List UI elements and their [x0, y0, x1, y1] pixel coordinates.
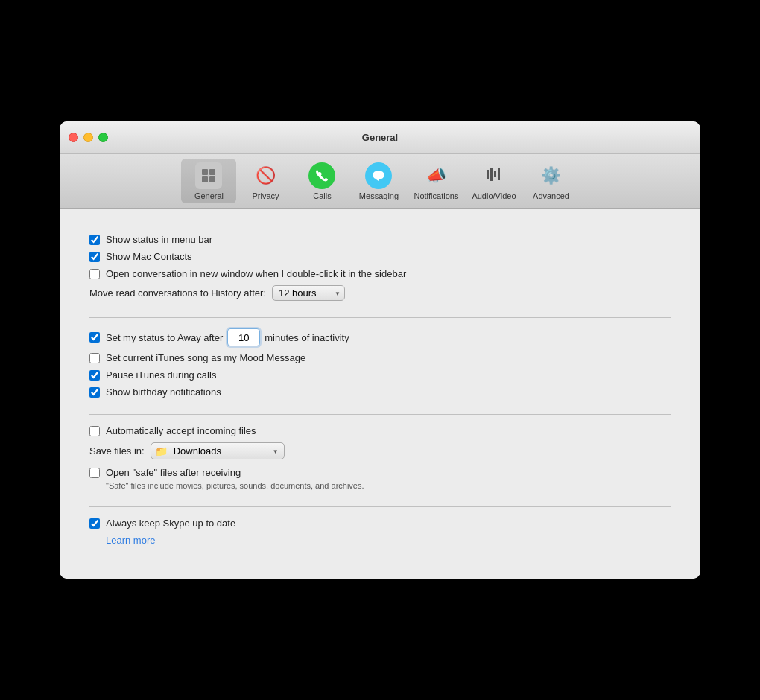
history-dropdown[interactable]: 30 minutes 1 hour 6 hours 12 hours 1 day… [272, 285, 345, 301]
history-label: Move read conversations to History after… [89, 287, 266, 299]
close-button[interactable] [69, 133, 78, 142]
tab-general-label: General [194, 191, 224, 200]
show-contacts-row: Show Mac Contacts [89, 251, 671, 262]
auto-accept-label: Automatically accept incoming files [106, 425, 256, 436]
open-conversation-row: Open conversation in new window when I d… [89, 268, 671, 279]
tab-advanced-label: Advanced [533, 191, 569, 200]
show-contacts-label: Show Mac Contacts [106, 251, 192, 262]
pause-itunes-row: Pause iTunes during calls [89, 369, 671, 381]
tab-notifications-label: Notifications [414, 191, 458, 200]
tab-calls-label: Calls [313, 191, 331, 200]
open-conversation-checkbox[interactable] [89, 269, 100, 279]
set-away-row: Set my status to Away after minutes of i… [89, 328, 671, 346]
tab-audiovideo-label: Audio/Video [472, 191, 516, 200]
itunes-mood-label: Set current iTunes song as my Mood Messa… [106, 352, 305, 363]
set-away-label-before: Set my status to Away after [106, 332, 223, 343]
privacy-icon: 🚫 [256, 166, 276, 185]
open-safe-label: Open "safe" files after receiving [106, 467, 241, 478]
save-files-label: Save files in: [89, 445, 145, 456]
minimize-button[interactable] [83, 133, 93, 142]
traffic-lights [69, 133, 108, 142]
save-files-row: Save files in: 📁 Downloads Desktop Docum… [89, 442, 671, 459]
keep-updated-checkbox[interactable] [89, 518, 100, 529]
window-title: General [362, 132, 398, 143]
audiovideo-icon [484, 164, 504, 188]
svg-rect-3 [209, 176, 215, 182]
svg-rect-1 [209, 169, 215, 175]
birthday-notif-row: Show birthday notifications [89, 386, 671, 398]
notifications-icon: 📣 [426, 166, 446, 185]
inactivity-input[interactable] [227, 328, 260, 346]
svg-rect-6 [487, 170, 489, 179]
keep-updated-label: Always keep Skype up to date [106, 518, 235, 529]
svg-rect-7 [490, 168, 493, 181]
open-conversation-label: Open conversation in new window when I d… [106, 268, 406, 279]
pause-itunes-checkbox[interactable] [89, 370, 100, 381]
general-icon [195, 162, 222, 189]
tab-privacy-label: Privacy [252, 191, 279, 200]
tab-notifications[interactable]: 📣 Notifications [408, 159, 464, 203]
open-safe-row: Open "safe" files after receiving [89, 467, 671, 478]
advanced-icon: ⚙️ [541, 166, 561, 185]
maximize-button[interactable] [98, 133, 108, 142]
svg-rect-2 [202, 176, 208, 182]
svg-rect-9 [498, 168, 500, 180]
show-contacts-checkbox[interactable] [89, 252, 100, 262]
titlebar: General [60, 121, 700, 154]
open-safe-checkbox[interactable] [89, 468, 100, 478]
auto-accept-row: Automatically accept incoming files [89, 425, 671, 436]
show-status-label: Show status in menu bar [106, 234, 212, 245]
birthday-notif-label: Show birthday notifications [106, 386, 221, 398]
messaging-icon [365, 162, 392, 189]
set-away-checkbox[interactable] [89, 332, 100, 343]
itunes-mood-checkbox[interactable] [89, 353, 100, 363]
safe-desc: "Safe" files include movies, pictures, s… [106, 481, 671, 490]
pause-itunes-label: Pause iTunes during calls [106, 369, 216, 381]
tab-calls[interactable]: Calls [294, 159, 349, 203]
learn-more-link[interactable]: Learn more [106, 535, 671, 546]
downloads-dropdown-wrap: 📁 Downloads Desktop Documents Other... [151, 442, 285, 459]
tab-audiovideo[interactable]: Audio/Video [466, 159, 522, 203]
tab-messaging[interactable]: Messaging [351, 159, 406, 203]
tab-general[interactable]: General [181, 159, 236, 203]
svg-rect-8 [494, 171, 496, 177]
content-area: Show status in menu bar Show Mac Contact… [60, 209, 700, 579]
tab-messaging-label: Messaging [359, 191, 399, 200]
history-row: Move read conversations to History after… [89, 285, 671, 301]
tab-privacy[interactable]: 🚫 Privacy [238, 159, 293, 203]
toolbar: General 🚫 Privacy Calls [60, 154, 700, 209]
history-dropdown-wrap: 30 minutes 1 hour 6 hours 12 hours 1 day… [272, 285, 345, 301]
calls-icon [308, 162, 335, 189]
set-away-label-after: minutes of inactivity [265, 332, 349, 343]
section-updates: Always keep Skype up to date Learn more [89, 506, 671, 556]
birthday-notif-checkbox[interactable] [89, 387, 100, 398]
tab-advanced[interactable]: ⚙️ Advanced [524, 159, 579, 203]
svg-rect-0 [202, 169, 208, 175]
keep-updated-row: Always keep Skype up to date [89, 518, 671, 529]
downloads-dropdown[interactable]: Downloads Desktop Documents Other... [151, 442, 285, 459]
section-files: Automatically accept incoming files Save… [89, 414, 671, 506]
section-status-options: Set my status to Away after minutes of i… [89, 317, 671, 414]
section-general-options: Show status in menu bar Show Mac Contact… [89, 223, 671, 317]
show-status-checkbox[interactable] [89, 235, 100, 245]
show-status-row: Show status in menu bar [89, 234, 671, 245]
itunes-mood-row: Set current iTunes song as my Mood Messa… [89, 352, 671, 363]
auto-accept-checkbox[interactable] [89, 426, 100, 436]
main-window: General General 🚫 Privacy [60, 121, 700, 579]
